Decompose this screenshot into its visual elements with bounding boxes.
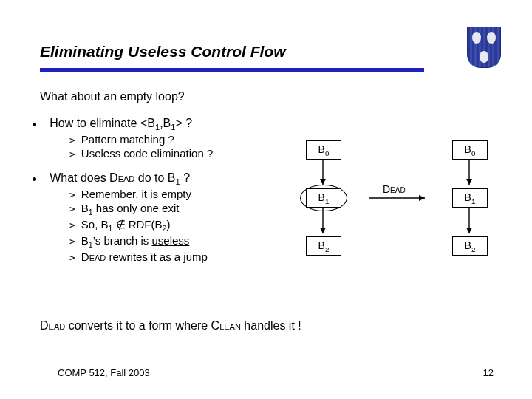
slide-title: Eliminating Useless Control Flow [40,43,286,61]
text-dead: Dead [81,250,106,263]
bullet-1-text: How to eliminate <B1,B1> ? [50,117,192,129]
text: ) [166,218,170,231]
chevron-right-icon: > [69,134,75,146]
owl-icon [480,51,488,63]
text: rewrites it as a jump [106,250,208,263]
node-b0-left: B0 [306,140,341,160]
text: converts it to a form where [65,319,211,332]
text: ∉ RDF(B [112,218,162,231]
bullet-2-sub-1: >Remember, it is empty [69,188,297,200]
text-dead: Dead [109,171,134,184]
text: B [81,234,89,247]
text-dead: Dead [40,319,65,332]
chevron-right-icon: > [69,149,75,160]
node-b2-left: B2 [306,236,341,256]
text: ? [180,171,190,184]
bullet-2-sub-5: >Dead rewrites it as a jump [69,250,297,263]
node-b0-right: B0 [452,140,488,160]
text: has only one exit [93,202,180,214]
node-b1-right: B1 [452,188,488,208]
text: ’s branch is [93,234,152,247]
chevron-right-icon: > [69,203,75,214]
footer-course: COMP 512, Fall 2003 [58,367,150,378]
dead-transform-label: Dead [383,183,406,195]
bullet-dot-icon [33,123,36,126]
text: Pattern matching ? [81,133,174,146]
slide: Eliminating Useless Control Flow What ab… [0,0,532,399]
university-crest-icon [467,27,501,68]
chevron-right-icon: > [69,189,75,200]
text: What does [50,171,109,184]
title-rule [40,68,424,72]
node-b2-right: B2 [452,236,488,256]
text: > ? [176,117,193,129]
bullet-2: What does Dead do to B1 ? >Remember, it … [46,171,297,263]
bullet-2-sub-4: >B1’s branch is useless [69,234,297,249]
bullet-dot-icon [33,177,36,181]
text: Remember, it is empty [81,188,191,200]
bullet-list: How to eliminate <B1,B1> ? >Pattern matc… [46,117,297,267]
bullet-2-sub-2: >B1 has only one exit [69,202,297,216]
text: handles it ! [241,319,301,332]
chevron-right-icon: > [69,236,75,247]
owl-icon [472,32,481,44]
bullet-1-sub-2: >Useless code elimination ? [69,147,297,160]
diagram-edges [296,137,510,300]
bullet-2-sub-3: >So, B1 ∉ RDF(B2) [69,218,297,233]
text: Useless code elimination ? [81,147,213,160]
bottom-statement: Dead converts it to a form where Clean h… [40,319,301,332]
text: ,B [160,117,171,129]
text-underline: useless [151,234,189,247]
text-clean: Clean [211,319,241,332]
node-b1-left: B1 [306,188,341,208]
subtitle: What about an empty loop? [40,90,185,103]
owl-icon [487,32,496,44]
text: So, B [81,218,109,231]
chevron-right-icon: > [69,252,75,263]
text: B [81,202,89,214]
chevron-right-icon: > [69,219,75,231]
bullet-1: How to eliminate <B1,B1> ? >Pattern matc… [46,117,297,160]
text: do to B [134,171,175,184]
cfg-diagram: B0 B1 B2 Dead B0 B1 B2 [296,137,510,300]
footer-page-number: 12 [483,367,494,378]
bullet-1-sub-1: >Pattern matching ? [69,133,297,146]
text: How to eliminate <B [50,117,155,129]
bullet-2-text: What does Dead do to B1 ? [50,171,190,184]
